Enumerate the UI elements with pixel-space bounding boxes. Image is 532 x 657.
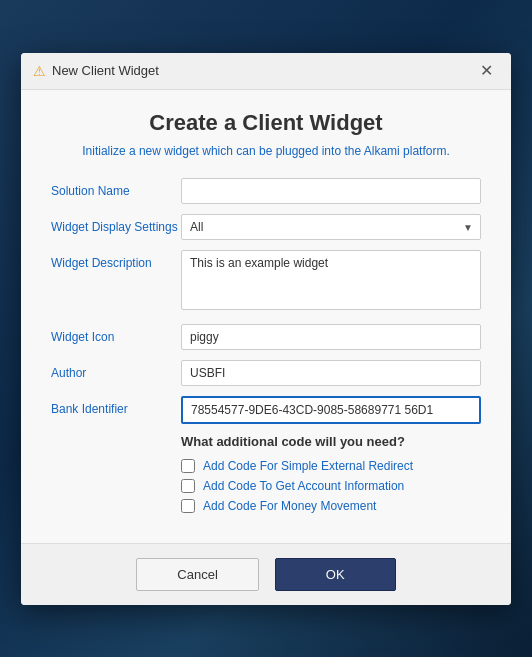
widget-description-row: Widget Description This is an example wi… bbox=[51, 250, 481, 314]
widget-display-settings-row: Widget Display Settings All ▼ bbox=[51, 214, 481, 240]
checkbox-account-info-label: Add Code To Get Account Information bbox=[203, 479, 404, 493]
close-button[interactable]: ✕ bbox=[474, 61, 499, 81]
title-bar: ⚠ New Client Widget ✕ bbox=[21, 53, 511, 90]
checkbox-row-money: Add Code For Money Movement bbox=[181, 499, 481, 513]
cancel-button[interactable]: Cancel bbox=[136, 558, 258, 591]
dialog-body: Create a Client Widget Initialize a new … bbox=[21, 90, 511, 543]
checkbox-row-account: Add Code To Get Account Information bbox=[181, 479, 481, 493]
widget-icon-input[interactable] bbox=[181, 324, 481, 350]
author-row: Author bbox=[51, 360, 481, 386]
additional-code-title: What additional code will you need? bbox=[181, 434, 481, 449]
bank-identifier-control bbox=[181, 396, 481, 424]
additional-code-section: What additional code will you need? Add … bbox=[51, 434, 481, 513]
bank-identifier-label: Bank Identifier bbox=[51, 396, 181, 418]
widget-icon-row: Widget Icon bbox=[51, 324, 481, 350]
widget-display-settings-control: All ▼ bbox=[181, 214, 481, 240]
checkbox-simple-redirect[interactable] bbox=[181, 459, 195, 473]
widget-display-settings-label: Widget Display Settings bbox=[51, 214, 181, 236]
warning-icon: ⚠ bbox=[33, 63, 46, 79]
title-bar-left: ⚠ New Client Widget bbox=[33, 63, 159, 79]
ok-button[interactable]: OK bbox=[275, 558, 396, 591]
title-bar-text: New Client Widget bbox=[52, 63, 159, 78]
checkbox-simple-redirect-label: Add Code For Simple External Redirect bbox=[203, 459, 413, 473]
widget-icon-control bbox=[181, 324, 481, 350]
solution-name-control bbox=[181, 178, 481, 204]
widget-description-label: Widget Description bbox=[51, 250, 181, 272]
widget-display-settings-select[interactable]: All bbox=[181, 214, 481, 240]
solution-name-row: Solution Name bbox=[51, 178, 481, 204]
widget-description-control: This is an example widget bbox=[181, 250, 481, 314]
checkbox-money-movement-label: Add Code For Money Movement bbox=[203, 499, 376, 513]
widget-icon-label: Widget Icon bbox=[51, 324, 181, 346]
solution-name-label: Solution Name bbox=[51, 178, 181, 200]
dialog-heading: Create a Client Widget bbox=[51, 110, 481, 136]
author-input[interactable] bbox=[181, 360, 481, 386]
checkbox-money-movement[interactable] bbox=[181, 499, 195, 513]
widget-description-input[interactable]: This is an example widget bbox=[181, 250, 481, 310]
dialog-subtitle: Initialize a new widget which can be plu… bbox=[51, 144, 481, 158]
bank-identifier-input[interactable] bbox=[181, 396, 481, 424]
dialog-footer: Cancel OK bbox=[21, 543, 511, 605]
author-control bbox=[181, 360, 481, 386]
bank-identifier-row: Bank Identifier bbox=[51, 396, 481, 424]
checkbox-account-info[interactable] bbox=[181, 479, 195, 493]
author-label: Author bbox=[51, 360, 181, 382]
widget-display-settings-select-wrapper: All ▼ bbox=[181, 214, 481, 240]
create-widget-dialog: ⚠ New Client Widget ✕ Create a Client Wi… bbox=[21, 53, 511, 605]
solution-name-input[interactable] bbox=[181, 178, 481, 204]
checkbox-row-redirect: Add Code For Simple External Redirect bbox=[181, 459, 481, 473]
